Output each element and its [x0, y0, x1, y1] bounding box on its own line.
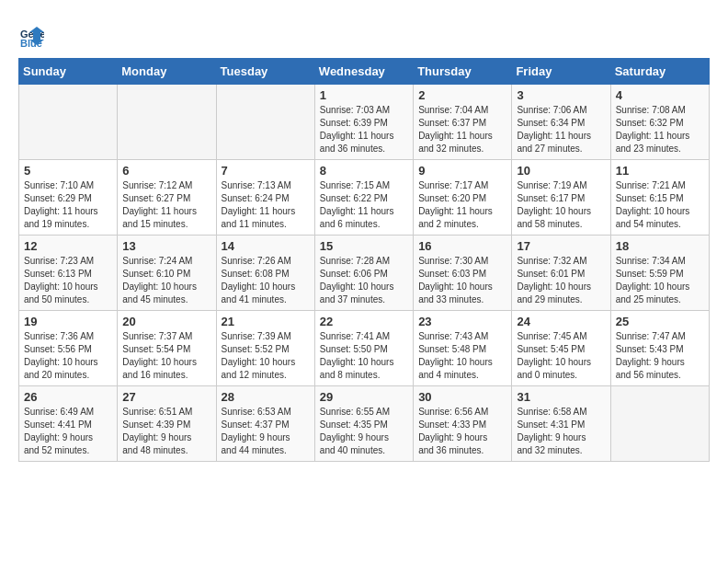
calendar-cell: 1Sunrise: 7:03 AM Sunset: 6:39 PM Daylig… [314, 85, 413, 160]
day-info: Sunrise: 7:43 AM Sunset: 5:48 PM Dayligh… [418, 330, 506, 382]
calendar-cell: 2Sunrise: 7:04 AM Sunset: 6:37 PM Daylig… [414, 85, 512, 160]
day-number: 7 [222, 164, 310, 178]
calendar-cell: 25Sunrise: 7:47 AM Sunset: 5:43 PM Dayli… [610, 311, 709, 386]
day-info: Sunrise: 7:45 AM Sunset: 5:45 PM Dayligh… [517, 330, 605, 382]
day-info: Sunrise: 7:47 AM Sunset: 5:43 PM Dayligh… [616, 330, 704, 382]
day-number: 28 [222, 390, 310, 404]
day-info: Sunrise: 7:04 AM Sunset: 6:37 PM Dayligh… [418, 104, 506, 155]
day-info: Sunrise: 7:17 AM Sunset: 6:20 PM Dayligh… [418, 179, 506, 231]
day-info: Sunrise: 7:36 AM Sunset: 5:56 PM Dayligh… [24, 330, 112, 382]
weekday-row: SundayMondayTuesdayWednesdayThursdayFrid… [19, 59, 710, 85]
calendar-cell: 20Sunrise: 7:37 AM Sunset: 5:54 PM Dayli… [118, 311, 216, 386]
calendar-cell: 24Sunrise: 7:45 AM Sunset: 5:45 PM Dayli… [512, 311, 610, 386]
weekday-header: Saturday [610, 59, 709, 85]
day-number: 12 [24, 239, 112, 253]
calendar-cell: 29Sunrise: 6:55 AM Sunset: 4:35 PM Dayli… [314, 386, 413, 462]
day-info: Sunrise: 7:26 AM Sunset: 6:08 PM Dayligh… [222, 255, 310, 306]
calendar-body: 1Sunrise: 7:03 AM Sunset: 6:39 PM Daylig… [19, 85, 710, 462]
day-info: Sunrise: 7:34 AM Sunset: 5:59 PM Dayligh… [616, 255, 704, 306]
day-info: Sunrise: 6:51 AM Sunset: 4:39 PM Dayligh… [122, 406, 210, 457]
calendar-week-row: 5Sunrise: 7:10 AM Sunset: 6:29 PM Daylig… [19, 160, 710, 236]
day-number: 3 [517, 88, 605, 102]
day-number: 6 [122, 164, 210, 178]
calendar-cell: 7Sunrise: 7:13 AM Sunset: 6:24 PM Daylig… [216, 160, 314, 236]
day-info: Sunrise: 6:53 AM Sunset: 4:37 PM Dayligh… [222, 406, 310, 457]
calendar-cell: 8Sunrise: 7:15 AM Sunset: 6:22 PM Daylig… [314, 160, 413, 236]
day-number: 31 [517, 390, 605, 404]
day-number: 14 [222, 239, 310, 253]
day-info: Sunrise: 7:03 AM Sunset: 6:39 PM Dayligh… [320, 104, 408, 155]
weekday-header: Tuesday [216, 59, 314, 85]
calendar-cell: 23Sunrise: 7:43 AM Sunset: 5:48 PM Dayli… [414, 311, 512, 386]
calendar-cell: 17Sunrise: 7:32 AM Sunset: 6:01 PM Dayli… [512, 236, 610, 311]
day-info: Sunrise: 7:41 AM Sunset: 5:50 PM Dayligh… [320, 330, 408, 382]
day-info: Sunrise: 6:55 AM Sunset: 4:35 PM Dayligh… [320, 406, 408, 457]
calendar-cell: 21Sunrise: 7:39 AM Sunset: 5:52 PM Dayli… [216, 311, 314, 386]
calendar-cell [19, 85, 118, 160]
day-number: 2 [418, 88, 506, 102]
calendar-week-row: 12Sunrise: 7:23 AM Sunset: 6:13 PM Dayli… [19, 236, 710, 311]
calendar-cell: 16Sunrise: 7:30 AM Sunset: 6:03 PM Dayli… [414, 236, 512, 311]
calendar-cell [118, 85, 216, 160]
day-info: Sunrise: 7:06 AM Sunset: 6:34 PM Dayligh… [517, 104, 605, 155]
calendar-cell: 22Sunrise: 7:41 AM Sunset: 5:50 PM Dayli… [314, 311, 413, 386]
weekday-header: Friday [512, 59, 610, 85]
calendar-header: SundayMondayTuesdayWednesdayThursdayFrid… [19, 59, 710, 85]
page-header: General Blue [18, 18, 710, 49]
day-info: Sunrise: 7:08 AM Sunset: 6:32 PM Dayligh… [616, 104, 704, 155]
calendar-cell: 30Sunrise: 6:56 AM Sunset: 4:33 PM Dayli… [414, 386, 512, 462]
day-info: Sunrise: 7:24 AM Sunset: 6:10 PM Dayligh… [122, 255, 210, 306]
day-number: 9 [418, 164, 506, 178]
day-number: 11 [616, 164, 704, 178]
day-number: 18 [616, 239, 704, 253]
day-number: 20 [122, 315, 210, 328]
day-info: Sunrise: 7:12 AM Sunset: 6:27 PM Dayligh… [122, 179, 210, 231]
day-number: 1 [320, 88, 408, 102]
day-number: 4 [616, 88, 704, 102]
logo-icon: General Blue [18, 23, 44, 49]
day-number: 15 [320, 239, 408, 253]
day-number: 26 [24, 390, 112, 404]
calendar-cell: 10Sunrise: 7:19 AM Sunset: 6:17 PM Dayli… [512, 160, 610, 236]
day-number: 21 [222, 315, 310, 328]
day-info: Sunrise: 7:32 AM Sunset: 6:01 PM Dayligh… [517, 255, 605, 306]
weekday-header: Wednesday [314, 59, 413, 85]
day-number: 13 [122, 239, 210, 253]
calendar-cell: 11Sunrise: 7:21 AM Sunset: 6:15 PM Dayli… [610, 160, 709, 236]
day-info: Sunrise: 6:56 AM Sunset: 4:33 PM Dayligh… [418, 406, 506, 457]
calendar-week-row: 19Sunrise: 7:36 AM Sunset: 5:56 PM Dayli… [19, 311, 710, 386]
day-info: Sunrise: 7:39 AM Sunset: 5:52 PM Dayligh… [222, 330, 310, 382]
day-number: 23 [418, 315, 506, 328]
calendar-cell: 28Sunrise: 6:53 AM Sunset: 4:37 PM Dayli… [216, 386, 314, 462]
calendar-cell [216, 85, 314, 160]
day-number: 25 [616, 315, 704, 328]
weekday-header: Monday [118, 59, 216, 85]
day-info: Sunrise: 7:37 AM Sunset: 5:54 PM Dayligh… [122, 330, 210, 382]
calendar-week-row: 26Sunrise: 6:49 AM Sunset: 4:41 PM Dayli… [19, 386, 710, 462]
day-number: 22 [320, 315, 408, 328]
logo: General Blue [18, 23, 48, 49]
day-number: 8 [320, 164, 408, 178]
calendar-table: SundayMondayTuesdayWednesdayThursdayFrid… [18, 58, 710, 462]
day-info: Sunrise: 7:15 AM Sunset: 6:22 PM Dayligh… [320, 179, 408, 231]
day-info: Sunrise: 6:58 AM Sunset: 4:31 PM Dayligh… [517, 406, 605, 457]
calendar-cell: 9Sunrise: 7:17 AM Sunset: 6:20 PM Daylig… [414, 160, 512, 236]
calendar-cell: 5Sunrise: 7:10 AM Sunset: 6:29 PM Daylig… [19, 160, 118, 236]
day-number: 30 [418, 390, 506, 404]
day-info: Sunrise: 7:13 AM Sunset: 6:24 PM Dayligh… [222, 179, 310, 231]
day-number: 29 [320, 390, 408, 404]
day-number: 17 [517, 239, 605, 253]
calendar-cell: 26Sunrise: 6:49 AM Sunset: 4:41 PM Dayli… [19, 386, 118, 462]
calendar-cell: 31Sunrise: 6:58 AM Sunset: 4:31 PM Dayli… [512, 386, 610, 462]
calendar-cell: 4Sunrise: 7:08 AM Sunset: 6:32 PM Daylig… [610, 85, 709, 160]
day-number: 5 [24, 164, 112, 178]
day-info: Sunrise: 6:49 AM Sunset: 4:41 PM Dayligh… [24, 406, 112, 457]
day-number: 19 [24, 315, 112, 328]
day-number: 24 [517, 315, 605, 328]
calendar-week-row: 1Sunrise: 7:03 AM Sunset: 6:39 PM Daylig… [19, 85, 710, 160]
day-info: Sunrise: 7:10 AM Sunset: 6:29 PM Dayligh… [24, 179, 112, 231]
calendar-cell: 3Sunrise: 7:06 AM Sunset: 6:34 PM Daylig… [512, 85, 610, 160]
calendar-cell: 12Sunrise: 7:23 AM Sunset: 6:13 PM Dayli… [19, 236, 118, 311]
calendar-cell: 27Sunrise: 6:51 AM Sunset: 4:39 PM Dayli… [118, 386, 216, 462]
calendar-cell: 13Sunrise: 7:24 AM Sunset: 6:10 PM Dayli… [118, 236, 216, 311]
